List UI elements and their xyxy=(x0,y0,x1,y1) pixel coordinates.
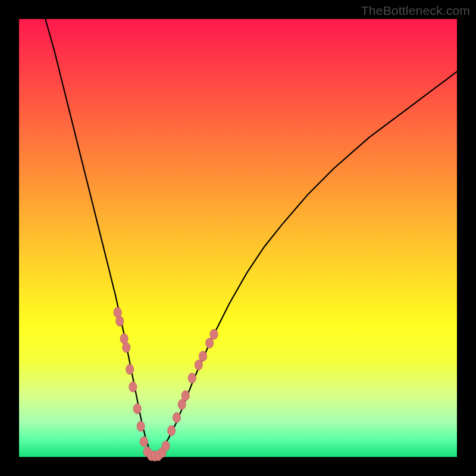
data-marker xyxy=(210,329,218,339)
data-marker xyxy=(123,343,130,353)
data-marker xyxy=(181,391,189,401)
data-marker xyxy=(173,412,181,422)
data-markers xyxy=(114,308,218,461)
data-marker xyxy=(126,364,134,374)
data-marker xyxy=(199,351,207,361)
data-marker xyxy=(133,404,141,414)
chart-svg xyxy=(19,19,457,457)
data-marker xyxy=(168,425,176,436)
data-marker xyxy=(162,441,170,451)
data-marker xyxy=(140,437,148,447)
data-marker xyxy=(206,338,214,348)
data-marker xyxy=(116,316,124,326)
data-marker xyxy=(188,373,196,383)
data-marker xyxy=(137,421,145,431)
bottleneck-curve xyxy=(45,19,457,457)
chart-frame: TheBottleneck.com xyxy=(0,0,476,476)
data-marker xyxy=(195,360,202,370)
chart-plot-area xyxy=(19,19,457,457)
data-marker xyxy=(129,382,137,392)
watermark-text: TheBottleneck.com xyxy=(361,4,470,18)
